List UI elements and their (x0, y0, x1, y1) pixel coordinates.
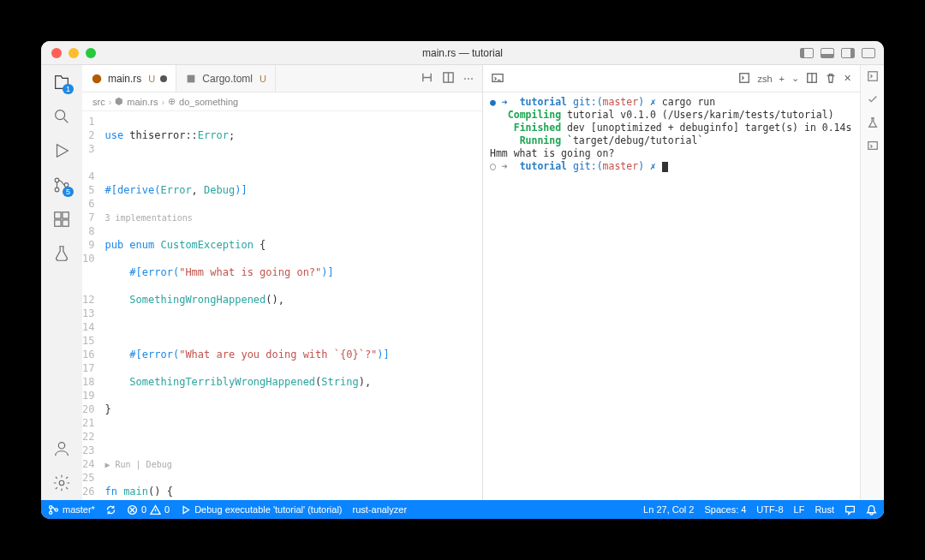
svg-rect-4 (55, 212, 61, 218)
code-content[interactable]: use thiserror::Error; #[derive(Error, De… (101, 111, 482, 500)
split-terminal-icon[interactable] (806, 72, 818, 86)
svg-point-0 (56, 110, 65, 120)
activity-bar: 1 5 (41, 65, 82, 500)
scm-badge: 5 (63, 187, 74, 197)
status-feedback-icon[interactable] (844, 504, 856, 515)
svg-rect-7 (63, 220, 69, 226)
code-lens-run-debug[interactable]: ▶ Run | Debug (104, 460, 171, 469)
status-language[interactable]: Rust (815, 504, 834, 515)
rust-file-icon (91, 73, 103, 85)
tab-scm-status: U (260, 74, 266, 84)
editor-actions: ⋯ (412, 65, 482, 92)
svg-rect-17 (868, 142, 877, 150)
status-indentation[interactable]: Spaces: 4 (704, 504, 746, 515)
terminal-dropdown-icon[interactable]: ⌄ (791, 73, 799, 84)
tab-dirty-indicator (160, 75, 167, 82)
panel-toggle-icon[interactable] (867, 70, 879, 85)
terminal-cursor (662, 162, 668, 172)
tab-bar: main.rs U Cargo.toml U ⋯ (82, 65, 482, 92)
titlebar: main.rs — tutorial (41, 41, 884, 65)
side-icon-strip (860, 65, 884, 500)
window-title: main.rs — tutorial (41, 47, 884, 59)
vscode-window: main.rs — tutorial 1 5 (41, 41, 884, 519)
run-debug-icon[interactable] (51, 140, 72, 161)
tab-label: Cargo.toml (202, 73, 253, 85)
svg-point-18 (50, 505, 52, 508)
svg-point-9 (59, 480, 64, 486)
split-editor-icon[interactable] (442, 71, 455, 86)
svg-point-8 (58, 443, 64, 449)
terminal-view-icon[interactable] (492, 72, 504, 86)
search-icon[interactable] (51, 106, 72, 127)
status-encoding[interactable]: UTF-8 (756, 504, 783, 515)
tab-scm-status: U (148, 74, 155, 84)
check-icon[interactable] (867, 93, 879, 108)
tab-cargo-toml[interactable]: Cargo.toml U (176, 65, 276, 92)
inlay-hint-implementations[interactable]: 3 implementations (104, 213, 192, 223)
svg-rect-11 (188, 74, 195, 82)
status-problems[interactable]: 0 0 (127, 504, 170, 515)
explorer-badge: 1 (63, 84, 74, 94)
settings-gear-icon[interactable] (51, 473, 72, 493)
kill-terminal-icon[interactable] (825, 72, 837, 86)
status-cursor-position[interactable]: Ln 27, Col 2 (643, 504, 694, 515)
close-window-button[interactable] (51, 48, 62, 58)
status-sync[interactable] (105, 504, 116, 515)
svg-rect-6 (55, 220, 61, 226)
status-debug-target[interactable]: Debug executable 'tutorial' (tutorial) (180, 504, 342, 515)
explorer-icon[interactable]: 1 (51, 72, 72, 92)
line-gutter: 1234567891012131415161718192021222324252… (82, 111, 101, 500)
beaker-icon[interactable] (867, 116, 879, 131)
status-eol[interactable]: LF (794, 504, 805, 515)
maximize-window-button[interactable] (86, 48, 96, 58)
layout-bottom-icon[interactable] (821, 48, 834, 58)
symbol-function-icon: ⊕ (168, 96, 176, 107)
editor-group: main.rs U Cargo.toml U ⋯ (82, 65, 483, 500)
code-editor[interactable]: 1234567891012131415161718192021222324252… (82, 111, 482, 500)
svg-point-1 (55, 178, 59, 182)
rust-file-icon: ⬢ (115, 96, 123, 107)
compare-changes-icon[interactable] (421, 71, 433, 86)
tab-label: main.rs (108, 73, 141, 85)
svg-point-2 (55, 188, 59, 192)
toml-file-icon (185, 73, 197, 85)
terminal-body[interactable]: ● ➜ tutorial git:(master) ✗ cargo run Co… (483, 92, 860, 500)
status-notifications-icon[interactable] (866, 504, 877, 515)
crumb-symbol[interactable]: do_something (179, 97, 238, 107)
source-control-icon[interactable]: 5 (51, 175, 72, 195)
new-terminal-icon[interactable]: + (779, 74, 785, 84)
testing-icon[interactable] (51, 243, 72, 264)
more-actions-icon[interactable]: ⋯ (463, 73, 474, 85)
svg-point-10 (92, 74, 102, 83)
terminal-header: zsh + ⌄ ✕ (483, 65, 860, 92)
accounts-icon[interactable] (51, 438, 72, 459)
editor-area: main.rs U Cargo.toml U ⋯ (82, 65, 884, 500)
svg-rect-5 (63, 212, 69, 218)
svg-point-19 (50, 511, 52, 514)
status-rust-analyzer[interactable]: rust-analyzer (353, 504, 408, 515)
terminal-tab-icon[interactable] (738, 72, 750, 86)
traffic-lights (51, 48, 96, 58)
crumb-src[interactable]: src (92, 97, 105, 107)
status-branch[interactable]: master* (48, 504, 95, 515)
layout-right-icon[interactable] (841, 48, 855, 58)
titlebar-layout-controls (800, 48, 875, 58)
output-icon[interactable] (867, 140, 879, 154)
layout-left-icon[interactable] (800, 48, 814, 58)
terminal-panel: zsh + ⌄ ✕ ● ➜ tutorial git:(master) ✗ ca… (483, 65, 860, 500)
tab-main-rs[interactable]: main.rs U (82, 65, 176, 92)
layout-custom-icon[interactable] (862, 48, 875, 58)
crumb-file[interactable]: main.rs (127, 97, 158, 107)
terminal-shell-label[interactable]: zsh (757, 74, 772, 84)
minimize-window-button[interactable] (69, 48, 79, 58)
status-bar: master* 0 0 Debug executable 'tutorial' … (41, 500, 884, 519)
breadcrumb[interactable]: src › ⬢ main.rs › ⊕ do_something (82, 92, 482, 111)
extensions-icon[interactable] (51, 209, 72, 229)
close-panel-icon[interactable]: ✕ (844, 73, 851, 84)
svg-point-20 (55, 508, 57, 510)
